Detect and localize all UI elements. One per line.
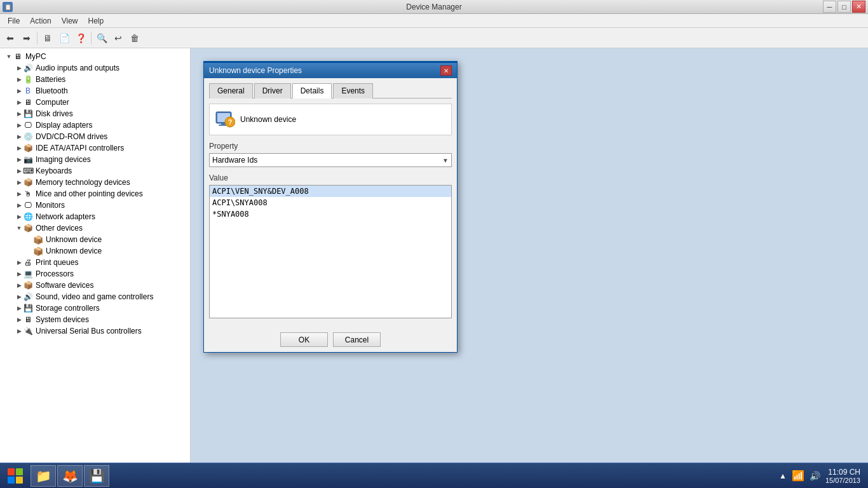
expander-storage[interactable]: ▶ [15,304,23,312]
tree-item-network[interactable]: ▶ 🌐 Network adapters [0,211,190,222]
expander-batteries[interactable]: ▶ [15,76,23,83]
value-item-0[interactable]: ACPI\VEN_SNY&DEV_A008 [210,186,451,197]
tree-label-software: Software devices [36,281,93,290]
taskbar-item-firefox[interactable]: 🦊 [57,465,83,487]
back-button[interactable]: ⬅ [3,30,18,46]
expander-usb[interactable]: ▶ [15,327,23,335]
value-item-2[interactable]: *SNYA008 [210,208,451,220]
expander-print[interactable]: ▶ [15,259,23,266]
menu-file[interactable]: File [3,15,25,27]
maximize-button[interactable]: □ [837,1,851,13]
expander-memory[interactable]: ▶ [15,179,23,186]
taskbar-items: 📁 🦊 💾 [31,465,109,487]
dialog-close-button[interactable]: ✕ [440,65,452,76]
window-title: Device Manager [406,3,461,11]
tree-item-keyboards[interactable]: ▶ ⌨ Keyboards [0,165,190,177]
forward-button[interactable]: ➡ [19,30,34,46]
menu-action[interactable]: Action [25,15,56,27]
system-icon: 🖥 [23,315,33,325]
expander-display[interactable]: ▶ [15,121,23,129]
minimize-button[interactable]: ─ [823,1,836,13]
expander-imaging[interactable]: ▶ [15,156,23,163]
dialog-title-bar: Unknown device Properties ✕ [204,63,457,78]
ok-button[interactable]: OK [280,332,328,347]
computer-icon: 🖥 [13,51,23,62]
tree-item-ide[interactable]: ▶ 📦 IDE ATA/ATAPI controllers [0,142,190,154]
computer-button[interactable]: 🖥 [40,30,55,46]
tree-item-storage[interactable]: ▶ 💾 Storage controllers [0,302,190,314]
expander-dvd[interactable]: ▶ [15,133,23,140]
tree-item-usb[interactable]: ▶ 🔌 Universal Serial Bus controllers [0,325,190,337]
tree-label-usb: Universal Serial Bus controllers [36,327,142,336]
tree-item-monitors[interactable]: ▶ 🖵 Monitors [0,200,190,211]
ide-icon: 📦 [23,143,33,153]
close-button[interactable]: ✕ [852,1,865,13]
menu-view[interactable]: View [57,15,83,27]
expander-disk[interactable]: ▶ [15,110,23,118]
uninstall-button[interactable]: 🗑 [127,30,142,46]
tree-label-mypc: MyPC [25,52,46,61]
tab-driver[interactable]: Driver [254,83,291,98]
tree-item-unknown1[interactable]: ▶ 📦 ! Unknown device [0,234,190,245]
expander-ide[interactable]: ▶ [15,144,23,152]
device-tree[interactable]: ▼ 🖥 MyPC ▶ 🔊 Audio inputs and outputs ▶ … [0,48,191,463]
tree-item-processors[interactable]: ▶ 💻 Processors [0,268,190,280]
help-button[interactable]: ❓ [73,30,88,46]
expander-system[interactable]: ▶ [15,316,23,323]
cancel-button[interactable]: Cancel [333,332,381,347]
drive-icon: 💾 [89,468,105,484]
update-button[interactable]: ↩ [111,30,126,46]
tree-label-bluetooth: Bluetooth [36,86,68,95]
expander-software[interactable]: ▶ [15,281,23,289]
property-dropdown[interactable]: Hardware Ids ▼ [209,153,452,167]
scan-button[interactable]: 🔍 [94,30,109,46]
menu-bar: File Action View Help [0,14,868,28]
expander-other[interactable]: ▼ [15,224,23,232]
tree-item-software[interactable]: ▶ 📦 Software devices [0,280,190,291]
tree-item-print[interactable]: ▶ 🖨 Print queues [0,257,190,268]
expander-sound[interactable]: ▶ [15,293,23,301]
svg-rect-9 [16,477,23,484]
properties-button[interactable]: 📄 [57,30,72,46]
tree-item-other[interactable]: ▼ 📦 Other devices [0,222,190,234]
value-list[interactable]: ACPI\VEN_SNY&DEV_A008 ACPI\SNYA008 *SNYA… [209,185,452,318]
expander-unknown2: ▶ [25,247,33,255]
expander-mypc[interactable]: ▼ [5,53,13,60]
expander-bluetooth[interactable]: ▶ [15,87,23,95]
tree-item-display[interactable]: ▶ 🖵 Display adapters [0,119,190,131]
tab-events[interactable]: Events [333,83,373,98]
expander-audio[interactable]: ▶ [15,64,23,72]
expander-network[interactable]: ▶ [15,213,23,220]
tree-item-mice[interactable]: ▶ 🖱 Mice and other pointing devices [0,188,190,200]
tree-item-unknown2[interactable]: ▶ 📦 ! Unknown device [0,245,190,257]
expander-keyboards[interactable]: ▶ [15,167,23,175]
tab-details[interactable]: Details [292,83,332,98]
tree-item-batteries[interactable]: ▶ 🔋 Batteries [0,74,190,85]
taskbar-item-explorer[interactable]: 📁 [31,465,56,487]
tree-item-bluetooth[interactable]: ▶ B Bluetooth [0,85,190,97]
tree-label-computer: Computer [36,98,69,107]
tree-item-sound[interactable]: ▶ 🔊 Sound, video and game controllers [0,291,190,302]
tree-item-memory[interactable]: ▶ 📦 Memory technology devices [0,177,190,188]
taskbar: 📁 🦊 💾 ▲ 📶 🔊 11:09 CH 15/07/2013 [0,463,868,488]
storage-icon: 💾 [23,303,33,313]
menu-help[interactable]: Help [83,15,109,27]
tree-item-dvd[interactable]: ▶ 💿 DVD/CD-ROM drives [0,131,190,142]
expander-processors[interactable]: ▶ [15,270,23,278]
tree-label-dvd: DVD/CD-ROM drives [36,132,107,141]
tree-item-imaging[interactable]: ▶ 📷 Imaging devices [0,154,190,165]
expander-monitors[interactable]: ▶ [15,201,23,209]
value-item-1[interactable]: ACPI\SNYA008 [210,197,451,208]
svg-text:?: ? [228,118,233,126]
tree-item-system[interactable]: ▶ 🖥 System devices [0,314,190,325]
tree-item-audio[interactable]: ▶ 🔊 Audio inputs and outputs [0,62,190,74]
start-button[interactable] [3,465,28,487]
tree-item-disk[interactable]: ▶ 💾 Disk drives [0,108,190,119]
expand-tray-icon[interactable]: ▲ [779,471,787,480]
tab-general[interactable]: General [209,83,253,98]
taskbar-item-drive[interactable]: 💾 [84,465,109,487]
expander-mice[interactable]: ▶ [15,190,23,198]
tree-item-mypc[interactable]: ▼ 🖥 MyPC [0,51,190,62]
expander-computer[interactable]: ▶ [15,98,23,106]
tree-item-computer[interactable]: ▶ 🖥 Computer [0,97,190,108]
